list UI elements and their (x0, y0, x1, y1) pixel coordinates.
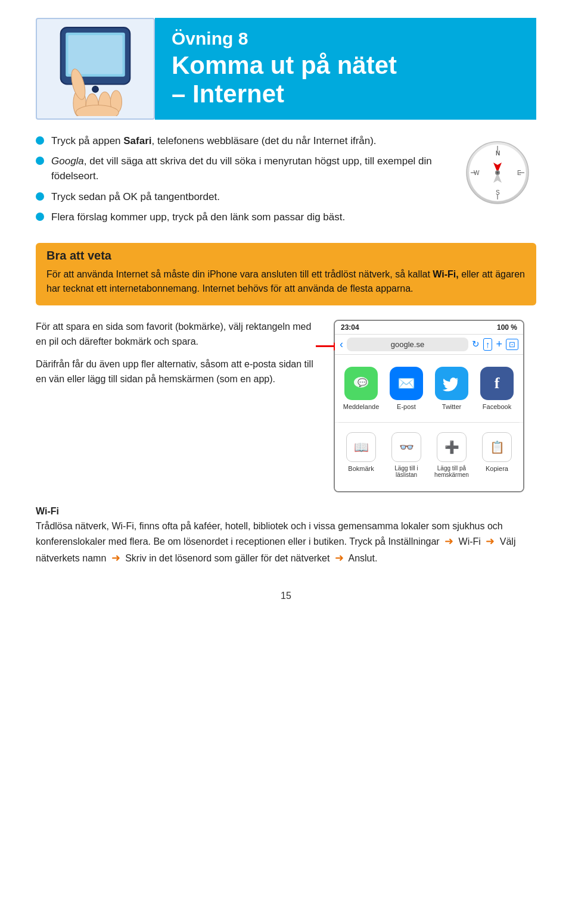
bullet-dot (36, 157, 44, 165)
app-bookmark-label: Bokmärk (348, 465, 374, 472)
wifi-section: Wi-Fi Trådlösa nätverk, Wi-Fi, finns oft… (36, 504, 536, 567)
svg-rect-2 (68, 35, 122, 74)
bra-att-veta-box: Bra att veta För att använda Internet så… (36, 243, 536, 305)
svg-text:W: W (474, 170, 480, 176)
header-text-area: Övning 8 Komma ut på nätet – Internet (155, 18, 536, 120)
bra-att-veta-text: För att använda Internet så måste din iP… (46, 267, 526, 296)
phone-apps-row1: 💬 Meddelande ✉️ E-post (335, 355, 523, 422)
bullet-dot (36, 192, 44, 201)
main-text: För att spara en sida som favorit (bokmä… (36, 320, 317, 387)
page-number: 15 (36, 591, 536, 601)
app-copy[interactable]: 📋 Kopiera (474, 427, 520, 483)
para1: För att spara en sida som favorit (bokmä… (36, 320, 317, 349)
safari-icon-container: N S E W (459, 134, 536, 231)
facebook-icon: f (480, 367, 514, 400)
left-column: För att spara en sida som favorit (bokmä… (36, 320, 317, 492)
copy-icon: 📋 (482, 432, 512, 462)
readinglist-icon: 👓 (391, 432, 421, 462)
right-column: 23:04 100 % ‹ google.se ↻ ↑ + ⊡ (334, 320, 536, 492)
app-facebook[interactable]: f Facebook (474, 362, 520, 415)
screenshot-wrapper: 23:04 100 % ‹ google.se ↻ ↑ + ⊡ (334, 320, 536, 492)
tabs-btn[interactable]: ⊡ (506, 339, 518, 350)
bullet-dot (36, 213, 44, 221)
bra-att-veta-title: Bra att veta (46, 249, 526, 263)
app-bookmark[interactable]: 📖 Bokmärk (338, 427, 384, 483)
status-battery: 100 % (497, 323, 517, 332)
app-email[interactable]: ✉️ E-post (384, 362, 429, 415)
header: Övning 8 Komma ut på nätet – Internet (36, 18, 536, 120)
header-illustration (36, 18, 155, 120)
reload-btn[interactable]: ↻ (472, 339, 480, 349)
phone-urlbar: ‹ google.se ↻ ↑ + ⊡ (335, 335, 523, 355)
svg-point-3 (92, 86, 99, 93)
intro-text: Tryck på appen Safari, telefonens webblä… (36, 134, 447, 231)
list-item: Googla, det vill säga att skriva det du … (36, 154, 447, 183)
app-messages-label: Meddelande (343, 403, 380, 410)
phone-statusbar: 23:04 100 % (335, 321, 523, 335)
bullet-list: Tryck på appen Safari, telefonens webblä… (36, 134, 447, 225)
app-email-label: E-post (397, 403, 416, 410)
email-icon: ✉️ (390, 367, 423, 400)
red-line (316, 345, 334, 347)
app-readinglist-label: Lägg till i läslistan (386, 465, 427, 478)
list-item: Flera förslag kommer upp, tryck på den l… (36, 210, 447, 225)
svg-text:N: N (496, 150, 500, 157)
intro-section: Tryck på appen Safari, telefonens webblä… (36, 134, 536, 231)
twitter-icon (435, 367, 468, 400)
status-time: 23:04 (341, 323, 359, 332)
app-twitter[interactable]: Twitter (429, 362, 474, 415)
app-homescreen-label: Lägg till på hemskärmen (431, 465, 472, 478)
wifi-text: Wi-Fi Trådlösa nätverk, Wi-Fi, finns oft… (36, 504, 536, 567)
add-btn[interactable]: + (496, 338, 502, 351)
list-item: Tryck på appen Safari, telefonens webblä… (36, 134, 447, 149)
app-facebook-label: Facebook (483, 403, 511, 410)
phone-screenshot: 23:04 100 % ‹ google.se ↻ ↑ + ⊡ (334, 320, 524, 492)
arrow3: ➜ (111, 550, 120, 567)
safari-icon: N S E W (465, 140, 530, 205)
app-homescreen[interactable]: ➕ Lägg till på hemskärmen (429, 427, 474, 483)
back-btn[interactable]: ‹ (340, 338, 343, 351)
homescreen-icon: ➕ (437, 432, 467, 462)
svg-text:💬: 💬 (358, 377, 368, 388)
main-columns: För att spara en sida som favorit (bokmä… (36, 320, 536, 492)
para2: Därifrån får du även upp fler alternativ… (36, 357, 317, 387)
header-title: Komma ut på nätet – Internet (172, 51, 522, 109)
svg-text:E: E (517, 170, 521, 176)
ovning-label: Övning 8 (172, 29, 522, 49)
messages-icon: 💬 (344, 367, 378, 400)
share-btn[interactable]: ↑ (483, 338, 493, 351)
phone-apps-row2: 📖 Bokmärk 👓 Lägg till i läslistan ➕ (335, 423, 523, 491)
arrow1: ➜ (444, 533, 453, 550)
app-readinglist[interactable]: 👓 Lägg till i läslistan (384, 427, 429, 483)
app-twitter-label: Twitter (442, 403, 461, 410)
url-field[interactable]: google.se (347, 338, 468, 351)
app-copy-label: Kopiera (486, 465, 508, 472)
arrow4: ➜ (335, 550, 344, 567)
tablet-illustration-svg (42, 21, 149, 116)
arrow2: ➜ (486, 533, 495, 550)
svg-point-23 (496, 171, 499, 174)
svg-text:S: S (496, 189, 500, 196)
list-item: Tryck sedan på OK på tangentbordet. (36, 190, 447, 205)
bullet-dot (36, 136, 44, 145)
app-messages[interactable]: 💬 Meddelande (338, 362, 384, 415)
bookmark-icon: 📖 (346, 432, 376, 462)
